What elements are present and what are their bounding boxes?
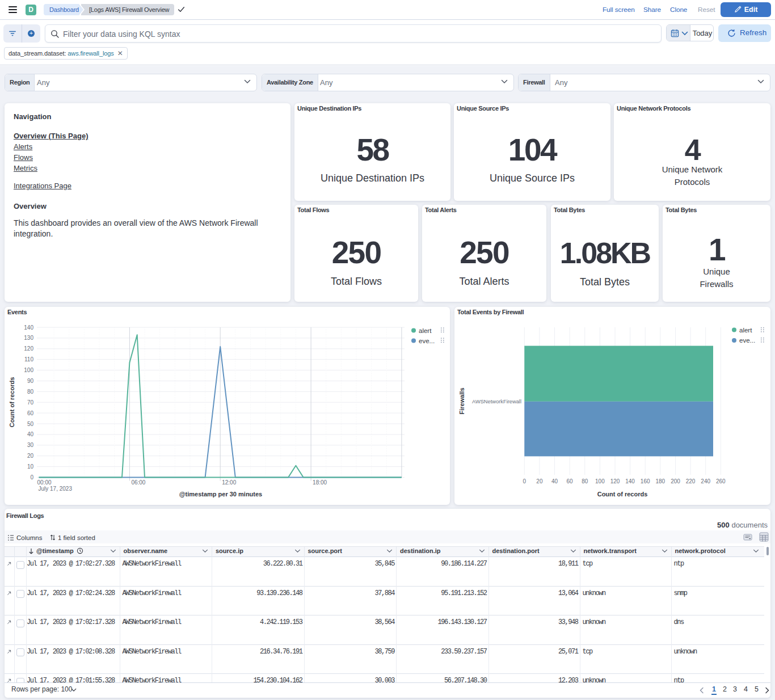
svg-text:06:00: 06:00	[131, 479, 145, 486]
svg-text:120: 120	[24, 345, 33, 352]
svg-text:12:00: 12:00	[222, 479, 236, 486]
svg-text:240: 240	[701, 478, 710, 484]
svg-text:60: 60	[27, 410, 34, 416]
svg-text:eve...: eve...	[739, 337, 755, 344]
svg-text:Count of records: Count of records	[9, 377, 15, 428]
svg-text:80: 80	[582, 478, 588, 484]
svg-text:20: 20	[27, 453, 34, 459]
svg-text:AWSNetworkFirewall: AWSNetworkFirewall	[472, 399, 521, 404]
svg-text:120: 120	[610, 478, 620, 484]
svg-text:alert: alert	[419, 327, 432, 334]
svg-text:40: 40	[551, 478, 558, 484]
svg-text:18:00: 18:00	[313, 479, 327, 486]
svg-text:140: 140	[625, 478, 635, 484]
svg-text:July 17, 2023: July 17, 2023	[39, 486, 73, 492]
svg-text:0: 0	[523, 478, 527, 484]
svg-text:180: 180	[655, 478, 665, 484]
svg-text:140: 140	[24, 324, 33, 331]
svg-text:100: 100	[595, 478, 605, 484]
svg-text:80: 80	[27, 389, 34, 395]
svg-text:0: 0	[30, 474, 33, 480]
svg-text:70: 70	[27, 399, 34, 406]
svg-text:10: 10	[27, 463, 34, 470]
svg-text:40: 40	[27, 431, 34, 437]
svg-text:Count of records: Count of records	[597, 491, 648, 497]
svg-text:50: 50	[27, 421, 34, 427]
svg-text:60: 60	[567, 478, 574, 484]
svg-text:00:00: 00:00	[37, 479, 52, 486]
svg-text:110: 110	[24, 356, 33, 362]
svg-text:130: 130	[24, 335, 33, 341]
svg-text:220: 220	[686, 478, 696, 484]
svg-text:200: 200	[671, 478, 680, 484]
svg-text:@timestamp per 30 minutes: @timestamp per 30 minutes	[179, 491, 262, 497]
svg-text:20: 20	[536, 478, 543, 484]
svg-text:eve...: eve...	[419, 338, 435, 344]
svg-text:90: 90	[27, 378, 34, 384]
svg-text:alert: alert	[739, 327, 752, 334]
svg-text:160: 160	[641, 478, 650, 484]
svg-text:260: 260	[716, 478, 726, 484]
svg-text:30: 30	[27, 442, 34, 448]
svg-text:Firewalls: Firewalls	[458, 387, 465, 414]
svg-text:100: 100	[24, 367, 33, 373]
